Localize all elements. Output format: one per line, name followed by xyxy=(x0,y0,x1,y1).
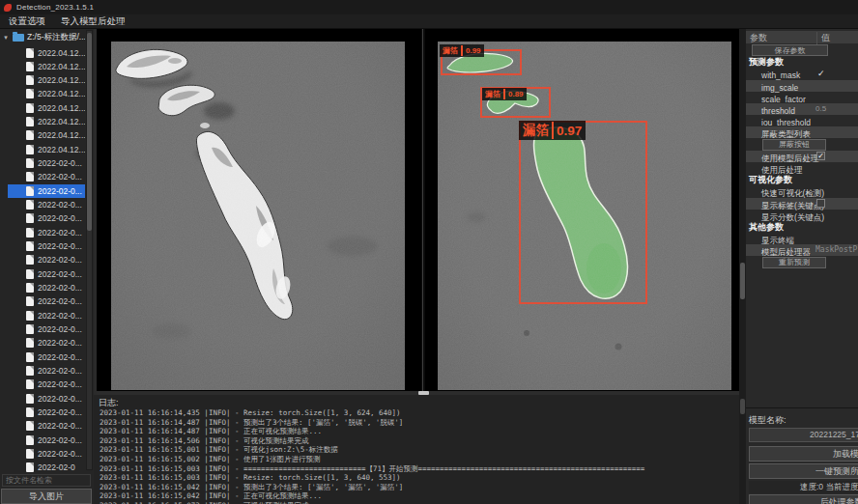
params-row[interactable]: 使用后处理 xyxy=(746,162,858,174)
file-icon xyxy=(26,241,34,251)
file-icon xyxy=(26,379,34,389)
detection-class: 漏箔 xyxy=(485,89,500,99)
params-row[interactable]: threshold0.5 xyxy=(746,103,858,115)
tree-item[interactable]: 2022-02-0... xyxy=(8,419,85,433)
params-button[interactable]: 屏蔽按钮 xyxy=(762,139,826,151)
detection-label-1: 漏箔0.99 xyxy=(440,44,484,57)
side-scrollbar-thumb[interactable] xyxy=(740,263,745,299)
params-row[interactable]: with_mask✓ xyxy=(746,68,858,79)
file-icon xyxy=(26,130,34,140)
search-input[interactable] xyxy=(2,474,91,487)
tree-item[interactable]: 2022-02-0... xyxy=(8,184,85,198)
checkmark-icon: ✓ xyxy=(817,68,825,79)
tree-item[interactable]: 2022-02-0... xyxy=(8,198,85,211)
tree-item[interactable]: 2022-02-0... xyxy=(8,239,85,253)
tree-item[interactable]: 2022.04.12... xyxy=(8,115,85,128)
load-model-button[interactable]: 加载模型 xyxy=(749,446,858,462)
tree-item[interactable]: 2022-02-0... xyxy=(8,281,85,294)
tree-item-label: 2022-02-0... xyxy=(38,352,82,362)
tree-item[interactable]: 2022-02-0... xyxy=(8,434,85,447)
import-images-button[interactable]: 导入图片 xyxy=(1,489,92,504)
tree-item-label: 2022.04.12... xyxy=(38,89,85,98)
app-icon xyxy=(4,4,12,12)
checkbox-empty[interactable] xyxy=(816,199,825,208)
original-image-canvas[interactable] xyxy=(111,42,405,390)
params-row-value: MaskPostProc xyxy=(815,244,858,256)
tree-item[interactable]: 2022-02-0... xyxy=(8,378,85,391)
tree-scrollbar-thumb[interactable] xyxy=(87,33,92,231)
title-bar[interactable]: Detection_2023.1.5.1 xyxy=(0,0,858,14)
file-tree-list: ▾ Z:/5-标注数据/... 2022.04.12...2022.04.12.… xyxy=(0,29,85,472)
tree-item[interactable]: 2022-02-0... xyxy=(8,350,85,364)
log-line: 2023-01-11 16:16:15,001 |INFO| - 可视化json… xyxy=(100,445,338,454)
params-row[interactable]: img_scale xyxy=(746,80,858,92)
tree-item-label: 2022-02-0... xyxy=(38,311,82,321)
tree-item[interactable]: 2022-02-0... xyxy=(8,253,85,266)
tree-item[interactable]: 2022-02-0... xyxy=(8,364,85,378)
params-row[interactable]: 屏蔽类型列表 xyxy=(746,126,858,138)
params-row[interactable]: 显示终端 xyxy=(746,233,858,244)
tree-item-label: 2022-02-0... xyxy=(38,449,82,459)
side-scrollbar[interactable] xyxy=(739,29,746,504)
model-name-label: 模型名称: xyxy=(749,414,786,427)
tree-root-folder[interactable]: ▾ Z:/5-标注数据/... xyxy=(2,31,85,44)
tree-item[interactable]: 2022.04.12... xyxy=(8,143,85,156)
tree-item-label: 2022-02-0... xyxy=(38,338,82,348)
viewer-divider[interactable] xyxy=(421,29,425,391)
model-name-field[interactable]: 20221225_174813 xyxy=(749,428,858,442)
file-icon xyxy=(26,462,34,472)
tree-item[interactable]: 2022-02-0... xyxy=(8,336,85,350)
file-icon xyxy=(26,186,34,196)
tree-item[interactable]: 2022-02-0... xyxy=(8,294,85,308)
postprocess-settings-button[interactable]: 后处理参数设置 xyxy=(749,494,858,504)
tree-item[interactable]: 2022-02-0... xyxy=(8,309,85,322)
menu-item[interactable]: 导入模型后处理 xyxy=(61,15,126,28)
params-row[interactable]: iou_threshold xyxy=(746,115,858,126)
log-line: 2023-01-11 16:16:15,042 |INFO| - 正在可视化预测… xyxy=(100,491,322,500)
tree-item[interactable]: 2022-02-0... xyxy=(8,267,85,281)
tree-item[interactable]: 2022-02-0... xyxy=(8,156,85,170)
params-row[interactable]: 显示分数(关键点) xyxy=(746,210,858,221)
tree-item[interactable]: 2022.04.12... xyxy=(8,101,85,115)
menu-item[interactable]: 设置选项 xyxy=(9,15,45,28)
tree-item[interactable]: 2022-02-0... xyxy=(8,322,85,336)
tree-item[interactable]: 2022-02-0... xyxy=(8,226,85,239)
params-row[interactable]: scale_factor xyxy=(746,92,858,103)
params-row[interactable]: 模型后处理器MaskPostProc xyxy=(746,244,858,256)
params-row[interactable]: 使用模型后处理✓ xyxy=(746,151,858,162)
prediction-image-canvas[interactable]: 漏箔0.99 漏箔0.89 漏箔0.97 xyxy=(438,42,731,390)
tree-scrollbar[interactable] xyxy=(86,30,93,470)
file-icon xyxy=(26,172,34,182)
params-button[interactable]: 保存参数 xyxy=(752,44,828,56)
tree-item[interactable]: 2022-02-0 xyxy=(8,461,85,472)
params-button[interactable]: 重新预测 xyxy=(762,257,826,268)
detection-score: 0.89 xyxy=(508,90,524,98)
tree-item[interactable]: 2022-02-0... xyxy=(8,447,85,461)
tree-item-label: 2022-02-0... xyxy=(38,269,82,279)
tree-item[interactable]: 2022-02-0... xyxy=(8,406,85,419)
tree-item[interactable]: 2022.04.12... xyxy=(8,87,85,100)
tree-item[interactable]: 2022.04.12... xyxy=(8,60,85,73)
tree-item[interactable]: 2022.04.12... xyxy=(8,46,85,60)
tree-item-label: 2022-02-0... xyxy=(38,435,82,445)
label-separator xyxy=(461,45,463,56)
tree-item[interactable]: 2022-02-0... xyxy=(8,211,85,225)
tree-item[interactable]: 2022-02-0... xyxy=(8,170,85,183)
params-row[interactable]: 显示标签(关键点) xyxy=(746,198,858,210)
log-scrollbar-thumb[interactable] xyxy=(740,399,745,414)
tree-item[interactable]: 2022-02-0... xyxy=(8,392,85,406)
checkbox-checked[interactable]: ✓ xyxy=(816,152,825,160)
tree-item-label: 2022.04.12... xyxy=(38,130,85,140)
file-icon xyxy=(26,200,34,210)
params-row[interactable]: 快速可视化(检测) xyxy=(746,185,858,197)
tree-expand-arrow[interactable]: ▾ xyxy=(2,34,10,42)
file-icon xyxy=(26,324,34,334)
tree-item[interactable]: 2022.04.12... xyxy=(8,73,85,87)
tree-item[interactable]: 2022.04.12... xyxy=(8,128,85,142)
params-panel: 参数 值 保存参数预测参数with_mask✓img_scalescale_fa… xyxy=(746,29,858,407)
params-section-header: 预测参数 xyxy=(746,56,858,68)
detection-box-3[interactable] xyxy=(519,121,647,304)
file-icon xyxy=(26,117,34,126)
log-panel[interactable]: 日志: 2023-01-11 16:16:14,435 |INFO| - Res… xyxy=(94,395,744,504)
predict-all-button[interactable]: 一键预测所有图片 xyxy=(749,463,858,479)
